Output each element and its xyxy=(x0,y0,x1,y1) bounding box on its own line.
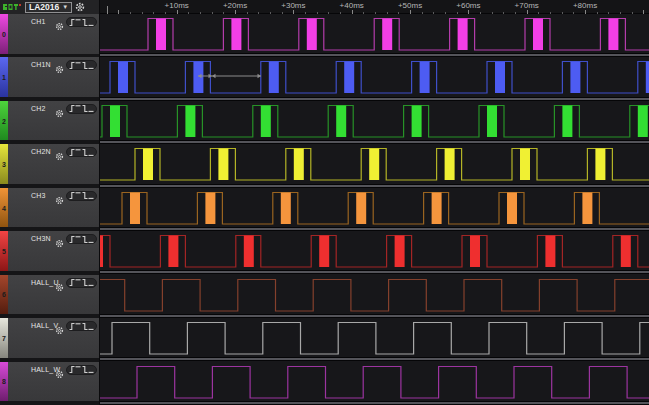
channel-name-label[interactable]: CH1N xyxy=(31,61,51,68)
waveform-ch3n[interactable] xyxy=(100,231,649,274)
low-level-trigger-icon[interactable] xyxy=(88,191,94,200)
channel-name-label[interactable]: CH3N xyxy=(31,235,51,242)
high-level-trigger-icon[interactable] xyxy=(75,191,81,200)
row-separator xyxy=(100,315,649,317)
channel-color-stripe: 2 xyxy=(0,101,8,141)
falling-edge-trigger-icon[interactable] xyxy=(82,322,88,331)
channel-number: 2 xyxy=(0,117,8,124)
row-separator xyxy=(100,271,649,273)
waveform-area[interactable] xyxy=(100,14,649,405)
toolbar: LA2016 ▼ +10ms+20ms+30ms+40ms+50ms+60ms+… xyxy=(0,0,649,14)
falling-edge-trigger-icon[interactable] xyxy=(82,148,88,157)
falling-edge-trigger-icon[interactable] xyxy=(82,61,88,70)
falling-edge-trigger-icon[interactable] xyxy=(82,235,88,244)
device-selector[interactable]: LA2016 ▼ xyxy=(25,2,72,13)
channel-gear-icon[interactable] xyxy=(55,60,64,78)
timeline-label: +40ms xyxy=(340,1,364,10)
channel-row-hall_v[interactable]: 7HALL_V xyxy=(0,318,100,358)
high-level-trigger-icon[interactable] xyxy=(75,148,81,157)
low-level-trigger-icon[interactable] xyxy=(88,18,94,27)
channel-name-label[interactable]: CH1 xyxy=(31,18,46,25)
channel-gear-icon[interactable] xyxy=(55,321,64,339)
falling-edge-trigger-icon[interactable] xyxy=(82,104,88,113)
high-level-trigger-icon[interactable] xyxy=(75,18,81,27)
channel-row-hall_u[interactable]: 6HALL_U xyxy=(0,275,100,315)
waveform-ch2[interactable] xyxy=(100,101,649,144)
trigger-button-group xyxy=(66,234,97,244)
waveform-ch3[interactable] xyxy=(100,188,649,231)
high-level-trigger-icon[interactable] xyxy=(75,365,81,374)
falling-edge-trigger-icon[interactable] xyxy=(82,365,88,374)
waveform-ch2n[interactable] xyxy=(100,144,649,187)
falling-edge-trigger-icon[interactable] xyxy=(82,191,88,200)
channel-gear-icon[interactable] xyxy=(55,191,64,209)
row-separator xyxy=(100,228,649,230)
channel-gear-icon[interactable] xyxy=(55,17,64,35)
channel-gear-icon[interactable] xyxy=(55,278,64,296)
rising-edge-trigger-icon[interactable] xyxy=(69,18,75,27)
channel-row-ch1n[interactable]: 1CH1N xyxy=(0,57,100,97)
channel-color-stripe: 6 xyxy=(0,275,8,315)
logic-analyzer-window: LA2016 ▼ +10ms+20ms+30ms+40ms+50ms+60ms+… xyxy=(0,0,649,405)
channel-gear-icon[interactable] xyxy=(55,365,64,383)
low-level-trigger-icon[interactable] xyxy=(88,235,94,244)
timeline-ruler[interactable]: +10ms+20ms+30ms+40ms+50ms+60ms+70ms+80ms xyxy=(100,0,649,14)
channel-color-stripe: 4 xyxy=(0,188,8,228)
brand-logo xyxy=(2,2,22,12)
channel-row-ch1[interactable]: 0CH1 xyxy=(0,14,100,54)
row-separator xyxy=(100,358,649,360)
trigger-button-group xyxy=(66,147,97,157)
rising-edge-trigger-icon[interactable] xyxy=(69,104,75,113)
falling-edge-trigger-icon[interactable] xyxy=(82,18,88,27)
channel-name-label[interactable]: CH2 xyxy=(31,105,46,112)
channel-name-label[interactable]: CH2N xyxy=(31,148,51,155)
rising-edge-trigger-icon[interactable] xyxy=(69,322,75,331)
channel-number: 1 xyxy=(0,74,8,81)
device-name-label: LA2016 xyxy=(29,3,59,12)
channel-name-label[interactable]: CH3 xyxy=(31,192,46,199)
waveform-ch1n[interactable] xyxy=(100,57,649,100)
channel-row-hall_w[interactable]: 8HALL_W xyxy=(0,362,100,402)
rising-edge-trigger-icon[interactable] xyxy=(69,191,75,200)
channel-gear-icon[interactable] xyxy=(55,147,64,165)
low-level-trigger-icon[interactable] xyxy=(88,104,94,113)
timeline-label: +50ms xyxy=(398,1,422,10)
trigger-button-group xyxy=(66,321,97,331)
rising-edge-trigger-icon[interactable] xyxy=(69,278,75,287)
high-level-trigger-icon[interactable] xyxy=(75,104,81,113)
channel-panel: 0CH11CH1N2CH23CH2N4CH35CH3N6HALL_U7HALL_… xyxy=(0,14,100,405)
high-level-trigger-icon[interactable] xyxy=(75,322,81,331)
channel-color-stripe: 0 xyxy=(0,14,8,54)
timeline-label: +60ms xyxy=(456,1,480,10)
channel-row-ch3[interactable]: 4CH3 xyxy=(0,188,100,228)
toolbar-left: LA2016 ▼ xyxy=(0,0,100,14)
channel-color-stripe: 5 xyxy=(0,231,8,271)
high-level-trigger-icon[interactable] xyxy=(75,278,81,287)
channel-color-stripe: 3 xyxy=(0,144,8,184)
channel-gear-icon[interactable] xyxy=(55,234,64,252)
low-level-trigger-icon[interactable] xyxy=(88,148,94,157)
low-level-trigger-icon[interactable] xyxy=(88,278,94,287)
rising-edge-trigger-icon[interactable] xyxy=(69,235,75,244)
waveform-hall_w[interactable] xyxy=(100,362,649,405)
waveform-ch1[interactable] xyxy=(100,14,649,57)
settings-gear-icon[interactable] xyxy=(75,2,85,12)
channel-row-ch3n[interactable]: 5CH3N xyxy=(0,231,100,271)
low-level-trigger-icon[interactable] xyxy=(88,365,94,374)
rising-edge-trigger-icon[interactable] xyxy=(69,365,75,374)
channel-row-ch2[interactable]: 2CH2 xyxy=(0,101,100,141)
waveform-hall_v[interactable] xyxy=(100,318,649,361)
falling-edge-trigger-icon[interactable] xyxy=(82,278,88,287)
rising-edge-trigger-icon[interactable] xyxy=(69,148,75,157)
low-level-trigger-icon[interactable] xyxy=(88,322,94,331)
low-level-trigger-icon[interactable] xyxy=(88,61,94,70)
high-level-trigger-icon[interactable] xyxy=(75,235,81,244)
channel-number: 8 xyxy=(0,378,8,385)
row-separator xyxy=(100,402,649,404)
channel-gear-icon[interactable] xyxy=(55,104,64,122)
timeline-label: +70ms xyxy=(515,1,539,10)
waveform-hall_u[interactable] xyxy=(100,275,649,318)
high-level-trigger-icon[interactable] xyxy=(75,61,81,70)
rising-edge-trigger-icon[interactable] xyxy=(69,61,75,70)
channel-row-ch2n[interactable]: 3CH2N xyxy=(0,144,100,184)
